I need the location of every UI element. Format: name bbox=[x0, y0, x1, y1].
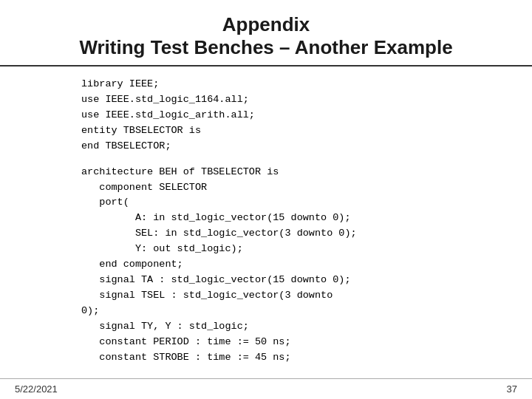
header-section: Appendix Writing Test Benches – Another … bbox=[0, 0, 532, 66]
footer-page-number: 37 bbox=[507, 383, 517, 395]
footer-bar: 5/22/2021 37 bbox=[0, 378, 532, 399]
slide-container: Appendix Writing Test Benches – Another … bbox=[0, 0, 532, 399]
slide-title-main: Appendix bbox=[15, 13, 517, 36]
content-section: library IEEE; use IEEE.std_logic_1164.al… bbox=[0, 66, 532, 378]
slide-title-sub: Writing Test Benches – Another Example bbox=[15, 36, 517, 59]
code-block-1: library IEEE; use IEEE.std_logic_1164.al… bbox=[81, 77, 488, 154]
code-block-2: architecture BEH of TBSELECTOR is compon… bbox=[81, 165, 488, 366]
footer-date: 5/22/2021 bbox=[15, 383, 58, 395]
